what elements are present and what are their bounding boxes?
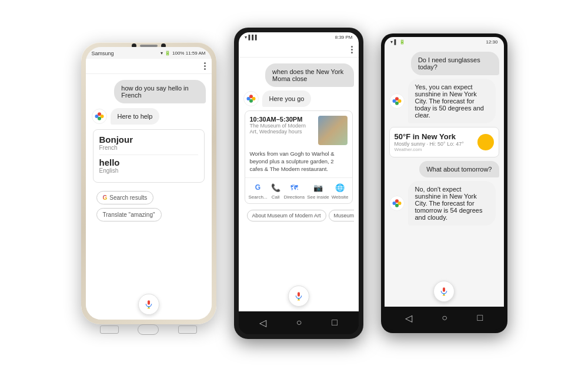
translate-amazing-button[interactable]: Translate "amazing" [96,208,162,221]
action-buttons-area: G Search results Translate "amazing" [92,187,206,225]
nexus-mic-area [239,281,359,311]
pixel-signal: ▌ [395,39,398,45]
weather-temp: 50°F in New York [395,132,464,141]
museum-image [318,116,348,145]
nexus-user-bubble: when does the New York Moma close [265,63,353,87]
screen-header [86,59,212,74]
card-divider [99,155,198,155]
svg-point-10 [249,99,253,102]
about-museum-chip[interactable]: About Museum of Modern Art [247,210,326,221]
museum-actions: G Search... 📞 Call 🗺 Directions 📷 [245,177,352,203]
speaker [140,45,158,47]
website-action[interactable]: 🌐 Website [332,182,349,200]
translation-card: Bonjour French hello English [93,129,205,183]
nexus-signal-icon: ▌▌▌ [249,35,259,40]
svg-point-17 [395,101,399,105]
museum-name: The Museum of Modern Art, Wednesday hour… [250,123,313,135]
museums-chip[interactable]: Museums i... [329,210,354,221]
pixel-recent-button[interactable]: □ [477,313,483,323]
website-icon: 🌐 [334,182,346,193]
pixel-assistant-bubble-1: Yes, you can expect sunshine in New York… [408,79,496,123]
pixel-google-assistant-icon-2 [389,196,405,211]
pixel-chat-area: Do I need sunglasses today? Yes, you can… [385,47,504,276]
samsung-status-bar: Samsung ▾ 🔋 100% 11:59 AM [86,47,212,59]
samsung-bottom-nav [86,320,212,340]
see-inside-action[interactable]: 📷 See inside [307,182,329,200]
pixel-mic-button[interactable] [433,281,455,302]
pixel-assistant-bubble-2: No, don't expect sunshine in New York Ci… [408,181,496,226]
call-action[interactable]: 📞 Call [270,182,282,200]
museum-description: Works from van Gogh to Warhol & beyond p… [245,150,352,178]
weather-info: 50°F in New York Mostly sunny · Hi: 50° … [395,132,464,152]
lang-english: English [99,167,198,174]
museum-card: 10:30AM–5:30PM The Museum of Modern Art,… [245,110,353,204]
nexus-recent-button[interactable]: □ [332,317,338,328]
phone-pixel: ▾ ▌ 🔋 12:30 Do I need sunglasses today? [381,33,507,333]
nexus-screen-header [239,42,359,58]
mic-button[interactable] [138,294,159,315]
pixel-status-left: ▾ ▌ 🔋 [390,39,406,45]
search-results-button[interactable]: G Search results [96,191,154,204]
nexus-mic-icon [294,291,303,301]
nexus-google-assistant-icon [243,91,259,106]
more-options-button[interactable] [204,62,206,70]
samsung-brand-label: Samsung [92,51,114,56]
search-action-label: Search... [249,194,268,200]
chat-area: how do you say hello in French Here to h… [86,74,212,289]
nexus-back-button[interactable]: ◁ [259,317,266,328]
assistant-message-bubble: Here to help [111,108,160,125]
pixel-wifi: ▾ [390,39,393,45]
nexus-assistant-row: Here you go [243,90,354,107]
weather-description: Mostly sunny · Hi: 50° Lo: 47° [395,141,464,147]
phone-nexus: ▾ ▌▌▌ 8:39 PM when does the New York Mom… [234,28,363,339]
word-bonjour: Bonjour [99,135,198,145]
pixel-google-assistant-icon-1 [389,93,405,109]
svg-point-3 [98,116,101,120]
museum-card-top: 10:30AM–5:30PM The Museum of Modern Art,… [245,111,352,150]
directions-action[interactable]: 🗺 Directions [284,182,305,200]
google-assistant-icon [92,109,107,124]
svg-point-21 [395,203,399,207]
nexus-more-options[interactable] [351,46,353,53]
pixel-assistant-row-1: Yes, you can expect sunshine in New York… [389,79,499,123]
pixel-screen: Do I need sunglasses today? Yes, you can… [385,47,504,307]
samsung-home-button[interactable] [138,324,159,335]
nexus-bottom-nav: ◁ ○ □ [239,311,359,334]
samsung-phone-screen: how do you say hello in French Here to h… [86,74,212,320]
lang-french: French [99,145,198,151]
nexus-assistant-bubble: Here you go [262,90,312,107]
nexus-mic-button[interactable] [288,286,309,307]
svg-rect-22 [443,287,445,291]
pixel-bottom-nav: ◁ ○ □ [385,307,504,330]
pixel-back-button[interactable]: ◁ [405,313,412,324]
wifi-icon: ▾ [161,51,163,56]
website-label: Website [332,194,349,200]
weather-source: Weather.com [395,147,464,152]
samsung-back-button[interactable] [100,325,119,334]
nexus-wifi-icon: ▾ [245,35,247,40]
translate-label: Translate "amazing" [103,211,155,218]
pixel-mic-icon [439,287,449,296]
nexus-home-button[interactable]: ○ [296,317,302,328]
samsung-recent-button[interactable] [178,325,197,334]
search-results-label: Search results [109,194,147,201]
pixel-user-bubble-2: What about tomorrow? [419,161,499,177]
sun-icon [477,134,494,150]
pixel-time: 12:30 [486,39,497,45]
pixel-user-bubble-1: Do I need sunglasses today? [411,52,499,75]
assistant-row: Here to help [92,108,206,125]
nexus-status-bar: ▾ ▌▌▌ 8:39 PM [239,32,359,42]
see-inside-icon: 📷 [312,182,324,193]
museum-info: 10:30AM–5:30PM The Museum of Modern Art,… [250,116,313,145]
word-hello: hello [99,157,198,167]
search-action-icon: G [252,182,264,193]
nexus-time: 8:39 PM [335,35,353,40]
phone-samsung: Samsung ▾ 🔋 100% 11:59 AM how do you say… [81,42,216,324]
nexus-inner: ▾ ▌▌▌ 8:39 PM when does the New York Mom… [239,32,359,334]
nexus-status-left: ▾ ▌▌▌ [245,35,259,40]
pixel-home-button[interactable]: ○ [442,313,447,323]
call-action-icon: 📞 [270,182,282,193]
directions-action-icon: 🗺 [288,182,300,193]
search-action[interactable]: G Search... [249,182,268,200]
svg-rect-4 [148,300,150,304]
